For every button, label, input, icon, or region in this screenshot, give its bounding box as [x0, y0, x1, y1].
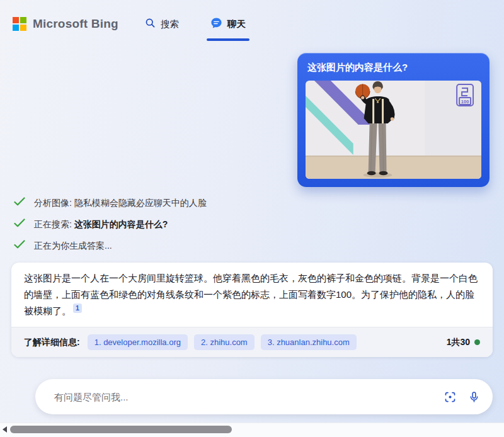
user-message-bubble: 这张图片的内容是什么? 100 [297, 53, 490, 187]
nav-tabs: 搜索 聊天 [145, 14, 246, 33]
tab-chat-label: 聊天 [227, 18, 246, 30]
status-list: 分析图像: 隐私模糊会隐藏必应聊天中的人脸 正在搜索: 这张图片的内容是什么? … [14, 196, 207, 252]
search-icon [145, 18, 156, 30]
response-counter: 1共30 [447, 337, 480, 348]
status-text: 分析图像: 隐私模糊会隐藏必应聊天中的人脸 [34, 196, 207, 209]
microsoft-logo-icon[interactable] [13, 17, 26, 31]
visual-search-icon[interactable] [444, 390, 457, 404]
ms-logo-square-blue [13, 25, 19, 31]
status-row-analyze: 分析图像: 隐私模糊会隐藏必应聊天中的人脸 [14, 196, 207, 209]
microphone-icon[interactable] [468, 390, 480, 404]
learn-more-label: 了解详细信息: [24, 337, 80, 348]
answer-footer: 了解详细信息: 1. developer.mozilla.org 2. zhih… [11, 327, 493, 357]
tab-search-label: 搜索 [161, 18, 179, 30]
horizontal-scrollbar-thumb[interactable] [10, 426, 232, 433]
citation-link-2[interactable]: 2. zhihu.com [194, 334, 255, 350]
ms-logo-square-green [20, 17, 26, 23]
image-badge-number: 100 [461, 99, 469, 105]
chat-input-bar [35, 379, 493, 414]
citation-link-3[interactable]: 3. zhuanlan.zhihu.com [261, 334, 357, 350]
check-icon [14, 196, 25, 209]
check-icon [14, 239, 25, 252]
check-icon [14, 218, 25, 230]
answer-card: 这张图片是一个人在一个大房间里旋转篮球。他穿着黑色的毛衣，灰色的裤子和金色的项链… [11, 263, 493, 357]
brand-title[interactable]: Microsoft Bing [33, 17, 118, 31]
bing-chat-page: Microsoft Bing 搜索 聊天 这张图片的内容是什么? [0, 0, 504, 437]
answer-text: 这张图片是一个人在一个大房间里旋转篮球。他穿着黑色的毛衣，灰色的裤子和金色的项链… [11, 263, 493, 327]
input-icons [444, 390, 480, 404]
uploaded-image: 100 [306, 81, 481, 179]
response-counter-text: 1共30 [447, 337, 470, 348]
tab-search[interactable]: 搜索 [145, 15, 179, 33]
citation-link-1[interactable]: 1. developer.mozilla.org [88, 334, 188, 350]
ms-logo-square-yellow [20, 25, 26, 31]
chat-input[interactable] [53, 391, 436, 403]
status-row-generating: 正在为你生成答案... [14, 239, 207, 252]
citation-links: 1. developer.mozilla.org 2. zhihu.com 3.… [88, 334, 357, 350]
status-dot-green [474, 339, 480, 345]
horizontal-scrollbar [0, 423, 504, 437]
scroll-left-arrow[interactable] [3, 426, 7, 433]
user-message-text: 这张图片的内容是什么? [307, 62, 479, 74]
ms-logo-square-red [13, 17, 19, 23]
status-text: 正在为你生成答案... [34, 239, 112, 252]
citation-footnote[interactable]: 1 [73, 304, 82, 313]
active-tab-indicator [207, 38, 249, 41]
answer-paragraph: 这张图片是一个人在一个大房间里旋转篮球。他穿着黑色的毛衣，灰色的裤子和金色的项链… [24, 273, 478, 316]
chat-bubble-icon [210, 17, 222, 31]
tab-chat[interactable]: 聊天 [210, 14, 246, 33]
header: Microsoft Bing 搜索 聊天 [0, 0, 504, 48]
status-row-searching: 正在搜索: 这张图片的内容是什么? [14, 218, 207, 230]
status-text: 正在搜索: 这张图片的内容是什么? [34, 218, 168, 230]
